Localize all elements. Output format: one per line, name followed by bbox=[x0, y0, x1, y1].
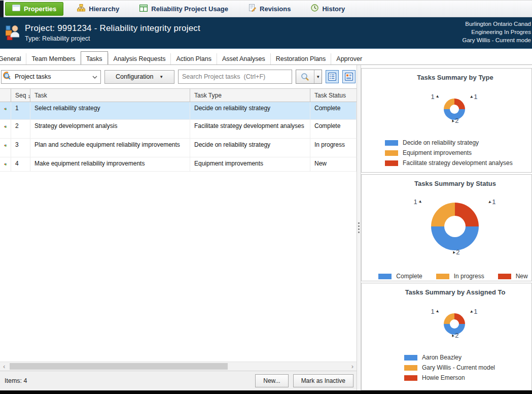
horizontal-scrollbar[interactable]: ‹ › bbox=[0, 362, 357, 371]
legend-swatch-orange bbox=[436, 274, 449, 279]
callout-label: ➤2 bbox=[451, 117, 459, 124]
callout-arrow-icon: ➤ bbox=[469, 309, 474, 314]
view-selector-value: Project tasks bbox=[15, 73, 89, 80]
legend-swatch-blue bbox=[378, 274, 392, 279]
legend-swatch-red bbox=[404, 375, 417, 381]
legend-item: Equipment improvements bbox=[385, 149, 531, 156]
callout-label: ➤1 bbox=[470, 308, 478, 315]
table-row[interactable]: 2 Strategy development analysis Facilita… bbox=[0, 120, 357, 139]
legend-swatch-red bbox=[385, 160, 398, 166]
history-clock-icon bbox=[311, 4, 318, 13]
grid-header-task-status[interactable]: Task Status bbox=[310, 89, 357, 102]
properties-window-icon bbox=[12, 5, 20, 13]
list-view-button[interactable] bbox=[326, 70, 339, 83]
chart-panel-tasks-by-type: Tasks Summary by Type 1➤ ➤1 ➤2 Decide on… bbox=[361, 68, 532, 173]
legend-label: Facilitate strategy development analyses bbox=[403, 159, 513, 167]
card-view-button[interactable] bbox=[342, 70, 356, 83]
callout-label: 1➤ bbox=[431, 93, 439, 101]
tab-action-plans[interactable]: Action Plans bbox=[170, 53, 216, 65]
task-type-cell: Facilitate strategy development analyses bbox=[190, 120, 310, 138]
configuration-dropdown-arrow-icon: ▼ bbox=[159, 75, 163, 79]
items-count: Items: 4 bbox=[5, 377, 27, 384]
revisions-button[interactable]: Revisions bbox=[242, 2, 297, 16]
new-button[interactable]: New... bbox=[255, 374, 288, 387]
legend-item: Gary Willis - Current model bbox=[404, 364, 531, 371]
history-button[interactable]: History bbox=[304, 2, 351, 16]
revisions-icon bbox=[249, 4, 256, 13]
task-type-header-label: Task Type bbox=[194, 92, 222, 99]
chart-panel-tasks-by-assigned-to: Tasks Summary by Assigned To 1➤ ➤1 ➤2 Aa… bbox=[361, 283, 532, 390]
hierarchy-button[interactable]: Hierarchy bbox=[70, 2, 126, 16]
donut bbox=[431, 203, 479, 250]
task-type-cell: Decide on reliability strategy bbox=[190, 102, 310, 119]
callout-label: ➤1 bbox=[488, 198, 496, 206]
project-header: Project: 9991234 - Reliability integrity… bbox=[0, 17, 532, 49]
card-view-icon bbox=[345, 73, 353, 81]
task-type-cell: Equipment improvements bbox=[190, 157, 310, 171]
scrollbar-thumb[interactable] bbox=[10, 363, 228, 370]
tasks-grid: Seq 1 Task Task Type Task Status bbox=[0, 88, 357, 362]
legend-label: In progress bbox=[454, 273, 484, 280]
donut-chart-by-type: 1➤ ➤1 ➤2 bbox=[419, 94, 490, 127]
task-icon bbox=[0, 102, 11, 119]
filter-bar: Project tasks Configuration ▼ ▼ bbox=[0, 65, 357, 88]
callout-label: 1➤ bbox=[414, 198, 422, 206]
legend-swatch-blue bbox=[404, 355, 417, 360]
tasks-pane: Project tasks Configuration ▼ ▼ bbox=[0, 65, 357, 390]
mark-as-inactive-button[interactable]: Mark as Inactive bbox=[293, 374, 353, 387]
charts-pane: Tasks Summary by Type 1➤ ➤1 ➤2 Decide on… bbox=[361, 65, 532, 390]
tab-general[interactable]: General bbox=[0, 53, 26, 65]
hierarchy-icon bbox=[77, 4, 85, 13]
legend-label: Aaron Beazley bbox=[422, 354, 462, 361]
legend-swatch-orange bbox=[404, 365, 417, 371]
callout-arrow-icon: ➤ bbox=[435, 94, 440, 99]
donut-chart-by-status: 1➤ ➤1 ➤2 bbox=[402, 196, 508, 258]
grid-header-icon-column[interactable] bbox=[0, 89, 11, 102]
tab-analysis-requests[interactable]: Analysis Requests bbox=[108, 53, 171, 65]
app-window: Properties Hierarchy Reliability Project… bbox=[0, 0, 532, 394]
grid-header-task-type[interactable]: Task Type bbox=[190, 89, 310, 102]
configuration-button[interactable]: Configuration ▼ bbox=[104, 70, 174, 84]
task-cell: Make equipment reliability improvements bbox=[30, 157, 190, 171]
scroll-left-arrow-icon[interactable]: ‹ bbox=[3, 362, 5, 371]
tab-strip: General Team Members Tasks Analysis Requ… bbox=[0, 49, 532, 65]
project-type: Type: Reliability project bbox=[25, 35, 200, 42]
view-selector-dropdown[interactable]: Project tasks bbox=[1, 70, 101, 84]
tab-restoration-plans[interactable]: Restoration Plans bbox=[270, 53, 331, 65]
lookup-search-icon bbox=[3, 72, 12, 82]
legend-item: New bbox=[498, 273, 528, 280]
window-bottom-border bbox=[0, 390, 532, 394]
search-button[interactable] bbox=[296, 73, 314, 81]
chart-legend: Complete In progress New bbox=[362, 273, 531, 280]
table-row[interactable]: 4 Make equipment reliability improvement… bbox=[0, 157, 357, 172]
tab-asset-analyses[interactable]: Asset Analyses bbox=[217, 53, 270, 65]
task-icon bbox=[0, 157, 11, 171]
usage-label: Reliability Project Usage bbox=[151, 5, 228, 13]
legend-label: New bbox=[516, 273, 528, 280]
legend-label: Decide on reliability strategy bbox=[403, 139, 479, 146]
search-options-arrow[interactable]: ▼ bbox=[314, 75, 322, 79]
history-label: History bbox=[322, 5, 345, 13]
callout-arrow-icon: ➤ bbox=[487, 199, 492, 204]
search-input[interactable] bbox=[179, 70, 292, 83]
tab-team-members[interactable]: Team Members bbox=[26, 53, 80, 65]
project-title: Project: 9991234 - Reliability integrity… bbox=[25, 23, 200, 34]
status-bar: Items: 4 New... Mark as Inactive bbox=[0, 371, 357, 390]
table-row[interactable]: 1 Select reliability strategy Decide on … bbox=[0, 102, 357, 120]
callout-arrow-icon: ➤ bbox=[435, 309, 440, 314]
grid-body: 1 Select reliability strategy Decide on … bbox=[0, 102, 357, 362]
task-status-cell: In progress bbox=[310, 139, 357, 157]
tab-tasks[interactable]: Tasks bbox=[81, 51, 108, 65]
task-status-header-label: Task Status bbox=[314, 92, 346, 99]
scroll-right-arrow-icon[interactable]: › bbox=[351, 362, 353, 371]
properties-button[interactable]: Properties bbox=[5, 2, 63, 16]
grid-header-task[interactable]: Task bbox=[30, 89, 190, 102]
grid-header-seq[interactable]: Seq 1 bbox=[11, 89, 30, 102]
pane-splitter[interactable] bbox=[357, 65, 361, 390]
legend-item: Howie Emerson bbox=[404, 374, 531, 381]
tab-approver[interactable]: Approver bbox=[331, 53, 367, 65]
table-row[interactable]: 3 Plan and schedule equipment reliabilit… bbox=[0, 139, 357, 157]
chart-title: Tasks Summary by Status bbox=[362, 180, 531, 187]
reliability-project-usage-button[interactable]: Reliability Project Usage bbox=[133, 2, 235, 16]
callout-label: 1➤ bbox=[431, 308, 439, 315]
